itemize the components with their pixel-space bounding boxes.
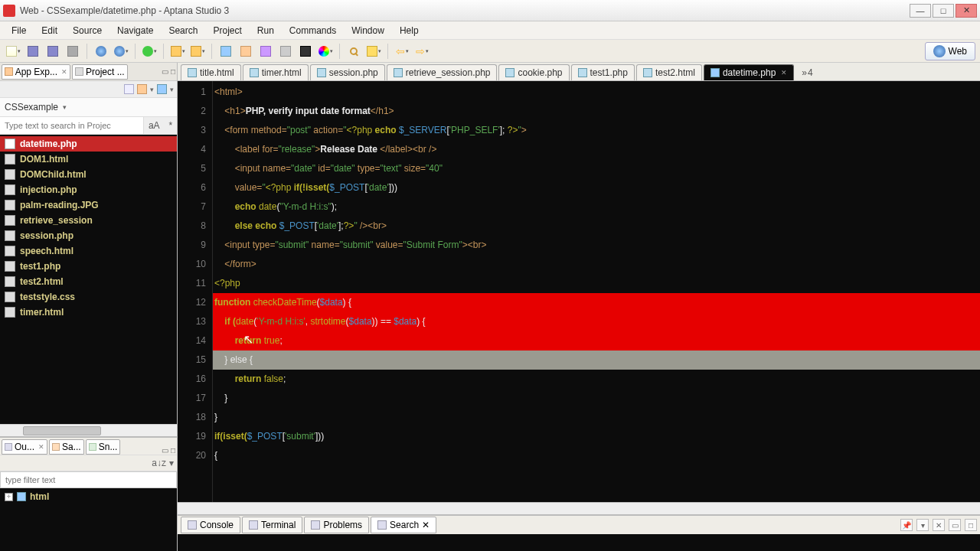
menu-help[interactable]: Help xyxy=(393,23,426,38)
close-icon[interactable]: ✕ xyxy=(38,443,44,451)
file-item[interactable]: injection.php xyxy=(0,182,177,197)
file-item[interactable]: timer.html xyxy=(0,305,177,320)
case-sensitive-toggle[interactable]: aA xyxy=(149,120,160,131)
layout-5-button[interactable] xyxy=(297,43,314,60)
explorer-view-tabs: App Exp... ✕ Project ... ▭ □ xyxy=(0,63,177,81)
menu-navigate[interactable]: Navigate xyxy=(110,23,160,38)
browser-refresh-button[interactable] xyxy=(113,43,129,60)
print-button[interactable] xyxy=(64,43,81,60)
file-item-datetime[interactable]: datetime.php xyxy=(0,136,177,152)
view-menu-icon[interactable]: ▾ xyxy=(170,86,174,93)
open-button[interactable] xyxy=(169,43,186,60)
maximize-view-icon[interactable]: □ xyxy=(171,67,175,76)
file-item[interactable]: DOMChild.html xyxy=(0,167,177,182)
snippets-tab[interactable]: Sn... xyxy=(86,439,121,455)
file-item[interactable]: DOM1.html xyxy=(0,152,177,167)
layout-4-button[interactable] xyxy=(277,43,294,60)
file-item[interactable]: retrieve_session xyxy=(0,213,177,228)
save-all-button[interactable] xyxy=(44,43,61,60)
nav-back-button[interactable]: ⇦ xyxy=(394,43,410,60)
editor-tab-active[interactable]: datetime.php✕ xyxy=(704,64,794,80)
view-menu-icon[interactable]: ▾ xyxy=(169,458,174,468)
browser-button[interactable] xyxy=(93,43,109,60)
editor-tab[interactable]: session.php xyxy=(310,64,385,80)
menu-project[interactable]: Project xyxy=(206,23,248,38)
link-icon[interactable] xyxy=(157,84,167,94)
minimize-view-icon[interactable]: ▭ xyxy=(162,446,168,455)
collapse-icon[interactable] xyxy=(124,84,134,94)
tree-horizontal-scrollbar[interactable] xyxy=(0,424,177,436)
menu-search[interactable]: Search xyxy=(162,23,204,38)
nav-fwd-button[interactable]: ⇨ xyxy=(413,43,430,60)
save-button[interactable] xyxy=(24,43,41,60)
file-item[interactable]: session.php xyxy=(0,228,177,243)
menu-window[interactable]: Window xyxy=(345,23,391,38)
menu-commands[interactable]: Commands xyxy=(283,23,343,38)
menu-source[interactable]: Source xyxy=(66,23,109,38)
open-type-button[interactable] xyxy=(189,43,206,60)
explorer-search-input[interactable] xyxy=(0,117,143,134)
new-button[interactable] xyxy=(5,43,21,60)
filter-icon[interactable] xyxy=(137,84,147,94)
mark-button[interactable] xyxy=(365,43,382,60)
outline-tab[interactable]: Ou...✕ xyxy=(2,439,47,455)
layout-2-button[interactable] xyxy=(237,43,254,60)
maximize-button[interactable]: □ xyxy=(933,4,954,18)
outline-tree[interactable]: + html xyxy=(0,488,177,551)
samples-tab[interactable]: Sa... xyxy=(49,439,84,455)
minimize-view-icon[interactable]: ▭ xyxy=(162,67,168,76)
color-button[interactable] xyxy=(317,43,334,60)
problems-tab[interactable]: Problems xyxy=(304,517,369,533)
editor-tab[interactable]: title.html xyxy=(181,64,241,80)
editor-tab[interactable]: test2.html xyxy=(636,64,702,80)
layout-1-button[interactable] xyxy=(217,43,234,60)
perspective-switcher[interactable]: Web xyxy=(925,42,975,60)
run-button[interactable] xyxy=(141,43,158,60)
file-item[interactable]: test1.php xyxy=(0,259,177,274)
console-tab[interactable]: Console xyxy=(181,517,240,533)
editor-tabs-overflow[interactable]: »4 xyxy=(799,65,815,80)
close-icon[interactable]: ✕ xyxy=(781,69,787,77)
outline-filter-input[interactable] xyxy=(0,471,177,488)
project-explorer-tab[interactable]: Project ... xyxy=(72,64,128,80)
search-tab[interactable]: Search✕ xyxy=(371,517,436,533)
max-icon[interactable]: □ xyxy=(965,519,977,531)
close-button[interactable]: ✕ xyxy=(956,4,977,18)
history-icon[interactable]: ▾ xyxy=(916,519,929,531)
file-item[interactable]: test2.html xyxy=(0,274,177,289)
editor-tab[interactable]: cookie.php xyxy=(498,64,569,80)
file-tree[interactable]: datetime.php DOM1.html DOMChild.html inj… xyxy=(0,135,177,424)
menu-run[interactable]: Run xyxy=(250,23,281,38)
outline-node-html[interactable]: + html xyxy=(5,491,172,502)
min-icon[interactable]: ▭ xyxy=(949,519,961,531)
tab-label: Project ... xyxy=(86,67,125,77)
close-icon[interactable]: ✕ xyxy=(422,520,430,530)
file-item[interactable]: speech.html xyxy=(0,243,177,259)
editor-tab[interactable]: timer.html xyxy=(243,64,309,80)
chevron-down-icon[interactable]: ▾ xyxy=(150,86,154,93)
outline-filter xyxy=(0,471,177,488)
expand-icon[interactable]: + xyxy=(5,493,13,501)
project-selector[interactable]: CSSexample xyxy=(0,98,177,116)
search-button[interactable] xyxy=(345,43,362,60)
menu-edit[interactable]: Edit xyxy=(34,23,64,38)
layout-3-button[interactable] xyxy=(257,43,274,60)
clear-icon[interactable]: ✕ xyxy=(933,519,945,531)
close-icon[interactable]: ✕ xyxy=(61,68,67,76)
code-editor[interactable]: 1234567891011121314151617181920 <html> <… xyxy=(178,81,980,502)
terminal-tab[interactable]: Terminal xyxy=(242,517,302,533)
file-item[interactable]: teststyle.css xyxy=(0,289,177,305)
maximize-view-icon[interactable]: □ xyxy=(171,446,175,455)
editor-horizontal-scrollbar[interactable] xyxy=(178,502,980,514)
pin-icon[interactable]: 📌 xyxy=(900,519,913,531)
sort-icon[interactable]: a↓z xyxy=(152,458,166,468)
menu-file[interactable]: File xyxy=(5,23,33,38)
app-explorer-tab[interactable]: App Exp... ✕ xyxy=(2,64,70,80)
code-content[interactable]: <html> <h1>PHP, verify input date format… xyxy=(213,81,980,502)
regex-toggle[interactable]: * xyxy=(168,120,172,131)
file-item[interactable]: palm-reading.JPG xyxy=(0,197,177,213)
editor-tab[interactable]: test1.php xyxy=(571,64,635,80)
editor-tab[interactable]: retrieve_session.php xyxy=(387,64,498,80)
minimize-button[interactable]: — xyxy=(910,4,931,18)
layout-icon xyxy=(260,46,271,57)
